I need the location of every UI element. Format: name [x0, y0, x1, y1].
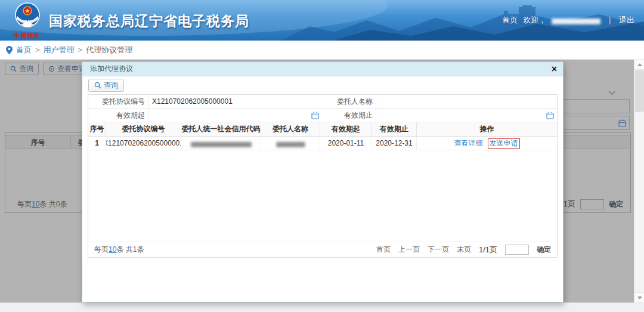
nav-divider: ｜ [606, 15, 614, 26]
valid-from-label: 有效期起 [88, 109, 148, 122]
nav-home-link[interactable]: 首页 [502, 15, 518, 26]
scrollbar-thumb[interactable] [635, 70, 644, 112]
header-seq: 序号 [88, 122, 106, 136]
per-page-prefix: 每页 [94, 245, 109, 254]
cell-agreement-no: X1210702062005000001 [106, 137, 181, 150]
arrow-up-icon [637, 63, 642, 66]
welcome-label: 欢迎， [523, 15, 546, 26]
header-valid-from: 有效期起 [320, 122, 372, 136]
principal-name-input[interactable] [380, 95, 557, 108]
agreement-table-header: 序号 委托协议编号 委托人统一社会信用代码 委托人名称 有效期起 有效期止 操作 [88, 122, 557, 137]
send-request-link[interactable]: 发送申请 [488, 138, 520, 149]
confirm-button[interactable]: 确定 [537, 245, 551, 255]
user-name-masked: ▆▆▆▆▆▆▆▆▆▆▆ [552, 17, 600, 24]
arrow-down-icon [637, 296, 642, 299]
valid-from-input[interactable] [152, 109, 322, 122]
search-form: 委托协议编号 委托人名称 有效期起 [88, 95, 557, 122]
scrollbar-down-button[interactable] [634, 292, 644, 302]
footer-strip [0, 302, 644, 312]
modal-body: 查询 委托协议编号 委托人名称 有效期起 [82, 76, 563, 302]
top-nav: 首页 欢迎， ▆▆▆▆▆▆▆▆▆▆▆ ｜ 退出 [502, 15, 634, 26]
logo-caption: 中国税务 [8, 33, 47, 39]
search-icon [94, 82, 101, 89]
cell-seq: 1 [88, 137, 106, 150]
modal-close-icon[interactable]: × [552, 64, 557, 74]
table-row: 1 X1210702062005000001 ▆▆▆▆▆▆▆▆▆▆▆▆▆▆▆ ▆… [88, 137, 557, 150]
table-empty-area [88, 150, 557, 242]
modal-title: 添加代理协议 [90, 64, 133, 74]
view-detail-link[interactable]: 查看详细 [454, 138, 483, 149]
cell-credit-code-masked: ▆▆▆▆▆▆▆▆▆▆▆▆▆▆▆ [191, 140, 250, 147]
tax-bureau-logo: 中国税务 [8, 2, 47, 39]
breadcrumb-user-management[interactable]: 用户管理 [44, 45, 75, 55]
valid-to-label: 有效期止 [322, 109, 376, 122]
cell-valid-to: 2020-12-31 [372, 137, 417, 150]
header-actions: 操作 [417, 122, 557, 136]
page-content: 查询 查看申请 [0, 60, 644, 302]
breadcrumb-current-page: 代理协议管理 [86, 45, 132, 55]
cell-principal-name-masked: ▆▆▆▆▆▆▆ [277, 140, 305, 147]
breadcrumb-separator: > [35, 45, 40, 54]
header-principal-name: 委托人名称 [261, 122, 320, 136]
header-valid-to: 有效期止 [372, 122, 417, 136]
modal-query-button[interactable]: 查询 [88, 79, 124, 92]
vertical-scrollbar[interactable] [634, 60, 644, 302]
per-page-size[interactable]: 10 [109, 245, 116, 254]
prev-page-button[interactable]: 上一页 [398, 245, 420, 255]
location-pin-icon [6, 46, 13, 54]
calendar-icon[interactable] [546, 112, 554, 119]
next-page-button[interactable]: 下一页 [428, 245, 449, 255]
top-banner: 中国税务 国家税务总局辽宁省电子税务局 首页 欢迎， ▆▆▆▆▆▆▆▆▆▆▆ ｜… [0, 0, 644, 41]
modal-header: 添加代理协议 × [82, 62, 563, 76]
header-credit-code: 委托人统一社会信用代码 [181, 122, 261, 136]
first-page-button[interactable]: 首页 [376, 245, 391, 255]
modal-query-label: 查询 [104, 81, 118, 91]
page-indicator: 1/1页 [479, 245, 497, 255]
last-page-button[interactable]: 末页 [457, 245, 471, 255]
agreement-no-input[interactable] [152, 95, 322, 108]
valid-to-input[interactable] [380, 109, 557, 122]
per-page-suffix: 条 [116, 245, 123, 254]
header-agreement-no: 委托协议编号 [106, 122, 181, 136]
breadcrumb: 首页 > 用户管理 > 代理协议管理 [0, 41, 644, 60]
principal-name-label: 委托人名称 [322, 95, 376, 109]
calendar-icon[interactable] [311, 112, 319, 119]
breadcrumb-home[interactable]: 首页 [16, 45, 32, 55]
add-agency-agreement-modal: 添加代理协议 × 查询 委托协议编号 委托人名称 [82, 61, 564, 302]
tax-emblem-icon [13, 2, 42, 30]
agreement-grid-widget: 委托协议编号 委托人名称 有效期起 [88, 94, 558, 258]
modal-pagination: 每页10条 共1条 首页 上一页 下一页 末页 1/1页 确定 [88, 242, 557, 257]
logout-link[interactable]: 退出 [619, 15, 634, 26]
page-number-input[interactable] [505, 245, 529, 255]
scrollbar-up-button[interactable] [634, 60, 644, 70]
site-title: 国家税务总局辽宁省电子税务局 [49, 12, 249, 30]
cell-valid-from: 2020-01-11 [320, 137, 372, 150]
breadcrumb-separator: > [78, 45, 83, 54]
total-count: 共1条 [126, 245, 144, 254]
agreement-no-label: 委托协议编号 [88, 95, 148, 109]
